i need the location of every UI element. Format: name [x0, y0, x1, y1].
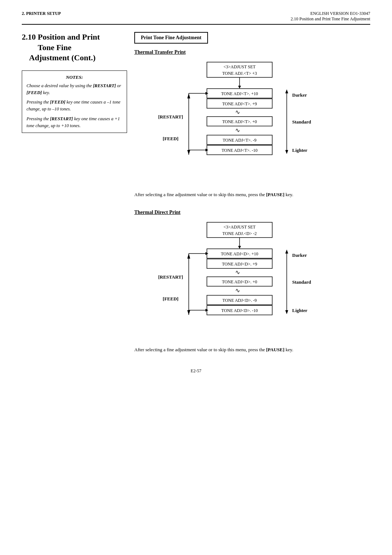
page: 2. PRINTER SETUP ENGLISH VERSION EO1-330…: [0, 0, 392, 555]
svg-text:[RESTART]: [RESTART]: [158, 114, 183, 119]
thermal-direct-section: Thermal Direct Print <3>ADJUST SET TONE …: [22, 210, 370, 354]
svg-marker-25: [187, 93, 190, 98]
left-column: 2.10 Position and Print Tone Fine Adjust…: [22, 32, 127, 184]
svg-text:TONE ADJ.<T> +3: TONE ADJ.<T> +3: [222, 71, 257, 76]
notes-text: Choose a desired value by using the [RES…: [26, 82, 122, 129]
svg-text:[FEED]: [FEED]: [163, 296, 178, 301]
svg-text:Standard: Standard: [292, 119, 311, 125]
svg-text:TONE ADJ.<D> -2: TONE ADJ.<D> -2: [222, 231, 257, 236]
svg-text:TONE ADJ<T>. -9: TONE ADJ<T>. -9: [223, 138, 257, 143]
svg-marker-26: [187, 150, 190, 155]
svg-text:TONE ADJ<T>. +10: TONE ADJ<T>. +10: [221, 91, 258, 96]
header-left: 2. PRINTER SETUP: [22, 11, 61, 16]
svg-text:TONE ADJ<T>. -10: TONE ADJ<T>. -10: [222, 148, 258, 153]
svg-marker-61: [285, 310, 288, 314]
svg-text:TONE ADJ<D>. -9: TONE ADJ<D>. -9: [222, 298, 257, 303]
page-number: E2-57: [191, 368, 201, 373]
page-header: 2. PRINTER SETUP ENGLISH VERSION EO1-330…: [22, 11, 370, 25]
svg-text:Standard: Standard: [292, 279, 311, 285]
header-version: ENGLISH VERSION EO1-33047: [291, 11, 370, 16]
svg-text:∿: ∿: [235, 127, 240, 133]
svg-text:∿: ∿: [235, 269, 240, 275]
svg-marker-29: [285, 150, 288, 154]
after-text-2: After selecting a fine adjustment value …: [134, 346, 370, 354]
svg-marker-37: [238, 246, 241, 249]
svg-text:Darker: Darker: [292, 92, 307, 98]
svg-text:TONE ADJ<D>. +9: TONE ADJ<D>. +9: [222, 262, 257, 267]
after-text-1: After selecting a fine adjustment value …: [22, 191, 370, 199]
svg-text:TONE ADJ<D>. -10: TONE ADJ<D>. -10: [221, 308, 258, 313]
svg-text:TONE ADJ<D>. +10: TONE ADJ<D>. +10: [221, 251, 258, 256]
thermal-transfer-svg: <3>ADJUST SET TONE ADJ.<T> +3 TONE ADJ<T…: [134, 60, 323, 180]
notes-title: NOTES:: [26, 74, 122, 80]
svg-marker-4: [238, 86, 241, 89]
page-footer: E2-57: [22, 368, 370, 374]
svg-marker-60: [285, 250, 288, 254]
notes-box: NOTES: Choose a desired value by using t…: [22, 70, 127, 133]
thermal-direct-title: Thermal Direct Print: [134, 210, 370, 215]
thermal-direct-svg: <3>ADJUST SET TONE ADJ.<D> -2 TONE ADJ<D…: [134, 220, 323, 340]
main-content: 2.10 Position and Print Tone Fine Adjust…: [22, 32, 370, 184]
svg-text:<3>ADJUST SET: <3>ADJUST SET: [224, 64, 256, 69]
svg-text:[RESTART]: [RESTART]: [158, 274, 183, 280]
svg-text:TONE ADJ<T>. +9: TONE ADJ<T>. +9: [222, 101, 257, 106]
box-header: Print Tone Fine Adjustment: [134, 32, 208, 44]
thermal-transfer-title: Thermal Transfer Print: [134, 49, 370, 55]
svg-text:[FEED]: [FEED]: [163, 136, 178, 141]
header-section: 2.10 Position and Print Tone Fine Adjust…: [291, 16, 370, 22]
svg-text:TONE ADJ<D>. +0: TONE ADJ<D>. +0: [222, 279, 257, 284]
svg-text:∿: ∿: [235, 109, 240, 115]
svg-marker-58: [187, 310, 190, 315]
svg-marker-28: [285, 89, 288, 93]
svg-text:Darker: Darker: [292, 252, 307, 258]
section-title: 2.10 Position and Print Tone Fine Adjust…: [22, 32, 127, 63]
svg-marker-57: [187, 254, 190, 259]
svg-text:TONE ADJ<T>. +0: TONE ADJ<T>. +0: [222, 119, 257, 124]
thermal-direct-diagram: <3>ADJUST SET TONE ADJ.<D> -2 TONE ADJ<D…: [134, 220, 370, 340]
thermal-transfer-diagram: <3>ADJUST SET TONE ADJ.<T> +3 TONE ADJ<T…: [134, 60, 370, 180]
svg-text:∿: ∿: [235, 287, 240, 293]
svg-text:Lighter: Lighter: [292, 147, 307, 153]
svg-text:<3>ADJUST SET: <3>ADJUST SET: [224, 224, 256, 230]
header-right-block: ENGLISH VERSION EO1-33047 2.10 Position …: [291, 11, 370, 22]
right-column: Print Tone Fine Adjustment Thermal Trans…: [127, 32, 370, 184]
svg-text:Lighter: Lighter: [292, 308, 307, 313]
